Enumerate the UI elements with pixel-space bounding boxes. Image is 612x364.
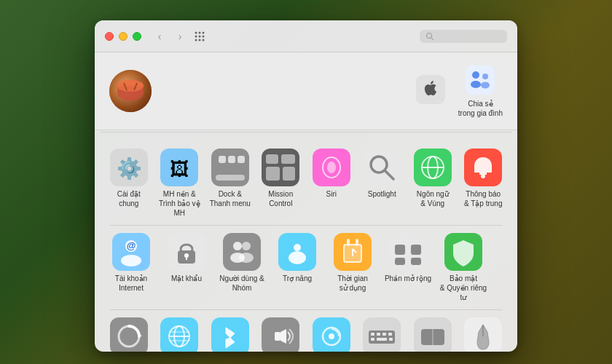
touchid-icon xyxy=(313,317,350,352)
forward-button[interactable]: › xyxy=(172,28,188,44)
grid-item-touchid[interactable]: Touch ID xyxy=(306,312,357,352)
svg-point-5 xyxy=(203,35,205,37)
svg-rect-98 xyxy=(377,333,380,336)
grid-item-chuot[interactable]: Chuột xyxy=(458,312,509,352)
apple-id-icon xyxy=(416,75,445,104)
apple-id-button[interactable] xyxy=(415,74,447,108)
grid-item-bandi[interactable]: Bàn di chuột xyxy=(407,312,458,352)
caiddatchung-label: Cài đặt chung xyxy=(106,189,152,208)
svg-rect-78 xyxy=(411,258,421,265)
search-icon xyxy=(425,32,434,41)
profile-icons: Chia sẻ trong gia đình xyxy=(415,64,503,118)
apple-id-icon-wrap xyxy=(415,74,447,106)
svg-point-14 xyxy=(117,80,144,92)
dock-icon xyxy=(211,149,249,186)
svg-point-21 xyxy=(482,74,488,79)
minimize-button[interactable] xyxy=(119,32,128,41)
svg-rect-36 xyxy=(283,167,295,181)
matkhau-label: Mật khẩu xyxy=(171,274,202,283)
nguoidung-label: Người dùng & Nhóm xyxy=(219,274,264,293)
svg-rect-18 xyxy=(466,66,495,95)
mhnan-label: MH nền & Trình bảo vệ MH xyxy=(157,189,203,218)
svg-point-39 xyxy=(327,162,336,173)
svg-rect-33 xyxy=(266,154,278,164)
grid-item-baomat[interactable]: Bảo mật & Quyền riêng tư xyxy=(436,227,491,306)
grid-item-phanmorong[interactable]: Phần mở rộng xyxy=(380,227,436,306)
svg-point-65 xyxy=(294,244,301,251)
grid-item-ngonngu[interactable]: Ngôn ngữ & Vùng xyxy=(407,143,458,222)
svg-point-6 xyxy=(195,39,197,41)
avatar-image xyxy=(109,70,152,112)
svg-rect-27 xyxy=(211,149,249,186)
ngonngu-label: Ngôn ngữ & Vùng xyxy=(417,189,449,208)
grid-item-dock[interactable]: Dock & Thanh menu xyxy=(205,143,256,222)
maximize-button[interactable] xyxy=(133,32,141,41)
avatar xyxy=(109,70,152,112)
family-sharing-button[interactable]: Chia sẻ trong gia đình xyxy=(458,64,503,118)
svg-rect-100 xyxy=(388,333,392,336)
svg-point-2 xyxy=(203,31,205,33)
grid-item-tronang[interactable]: Trợ năng xyxy=(270,227,325,306)
grid-item-bluetooth[interactable]: Bluetooth xyxy=(205,312,256,352)
svg-rect-59 xyxy=(223,233,261,271)
apps-grid-icon[interactable] xyxy=(194,31,205,42)
top-bar xyxy=(0,0,612,16)
close-button[interactable] xyxy=(105,32,114,41)
grid-item-thongbao[interactable]: Thông báo & Tập trung xyxy=(458,143,509,222)
separator-row-1 xyxy=(109,309,503,310)
grid-item-caiddatchung[interactable]: ⚙️Cài đặt chung xyxy=(103,143,154,222)
svg-rect-96 xyxy=(369,331,395,344)
svg-rect-31 xyxy=(238,156,245,163)
chuot-icon xyxy=(464,317,502,352)
thoigian-icon xyxy=(334,233,372,271)
profile-info xyxy=(162,90,415,92)
grid-item-nguoidung[interactable]: Người dùng & Nhóm xyxy=(214,227,270,306)
matkhau-icon xyxy=(168,233,205,271)
capnhat-icon xyxy=(110,317,148,352)
svg-line-10 xyxy=(431,38,434,40)
grid-item-taikhoan[interactable]: @Tài khoản Internet xyxy=(103,227,159,306)
svg-point-8 xyxy=(203,39,205,41)
grid-item-mission[interactable]: Mission Control xyxy=(256,143,307,222)
phanmorong-label: Phần mở rộng xyxy=(385,274,431,283)
grid-item-thoigian[interactable]: Thời gian sử dụng xyxy=(325,227,380,306)
grid-row-1: @Tài khoản InternetMật khẩuNgười dùng & … xyxy=(103,227,509,306)
grid-item-amthanh[interactable]: Âm thanh xyxy=(256,312,307,352)
separator-row-0 xyxy=(109,225,503,226)
svg-point-3 xyxy=(195,35,197,37)
svg-point-53 xyxy=(121,255,141,266)
svg-point-1 xyxy=(199,31,201,33)
nguoidung-icon xyxy=(223,233,261,271)
tronang-icon xyxy=(278,233,316,271)
search-box[interactable] xyxy=(420,30,507,43)
content-area: Chia sẻ trong gia đình ⚙️Cài đặt chung🖼M… xyxy=(95,52,517,352)
grid-item-spotlight[interactable]: Spotlight xyxy=(357,143,408,222)
svg-rect-91 xyxy=(275,332,280,341)
titlebar: ‹ › xyxy=(95,20,517,52)
grid-item-siri[interactable]: Siri xyxy=(306,143,357,222)
grid-item-mhnan[interactable]: 🖼MH nền & Trình bảo vệ MH xyxy=(154,143,205,222)
svg-rect-71 xyxy=(356,239,358,246)
baomat-icon xyxy=(444,233,482,271)
svg-rect-74 xyxy=(389,233,427,271)
grid-item-mang[interactable]: Mạng xyxy=(154,312,205,352)
svg-rect-28 xyxy=(216,175,245,181)
grid-item-capnhat[interactable]: Cập nhật phần mềm xyxy=(103,312,154,352)
family-sharing-icon xyxy=(466,66,495,95)
back-button[interactable]: ‹ xyxy=(152,28,168,44)
amthanh-icon xyxy=(262,317,299,352)
thongbao-icon xyxy=(464,149,502,186)
grid-row-0: ⚙️Cài đặt chung🖼MH nền & Trình bảo vệ MH… xyxy=(103,143,509,222)
svg-rect-103 xyxy=(389,338,393,341)
svg-point-66 xyxy=(289,251,306,264)
family-sharing-label: Chia sẻ trong gia đình xyxy=(458,99,503,118)
baomat-label: Bảo mật & Quyền riêng tư xyxy=(439,274,488,302)
svg-point-19 xyxy=(472,71,479,79)
svg-rect-102 xyxy=(377,338,387,341)
svg-point-9 xyxy=(427,33,432,38)
svg-point-61 xyxy=(242,242,251,250)
grid-item-matkhau[interactable]: Mật khẩu xyxy=(159,227,214,306)
grid-item-banphim[interactable]: Bàn phím xyxy=(357,312,408,352)
svg-point-22 xyxy=(481,82,490,89)
svg-rect-29 xyxy=(219,156,226,163)
